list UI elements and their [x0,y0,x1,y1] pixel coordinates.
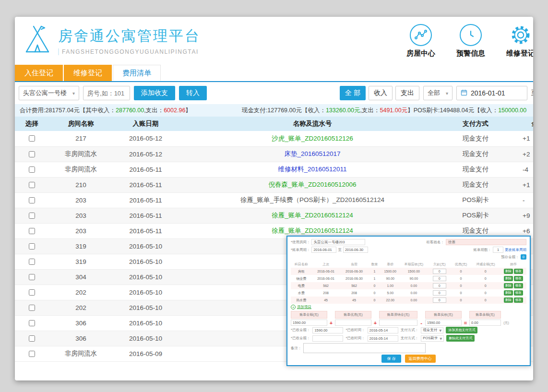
row-select-checkbox[interactable] [29,135,35,142]
tab-expense-list[interactable]: 费用清单 [113,65,161,81]
bill-link[interactable]: 维修材料_20160512011 [278,166,346,173]
item-delete-button[interactable]: 删除 [504,283,513,288]
received-amount-input[interactable]: 1590.00 [312,327,343,333]
totals-received-input[interactable]: 1590.00 [425,320,462,326]
tenant-field: 徐雁 [446,239,526,245]
bill-link[interactable]: 沙虎_账单_ZD20160512126 [272,135,353,142]
item-owe-input[interactable]: 0 [433,297,446,303]
nav-warning-info[interactable]: 预警信息 [452,24,490,58]
chevron-down-icon: ▾ [446,91,448,96]
scope-income-button[interactable]: 收入 [369,86,393,100]
row-select-checkbox[interactable] [29,320,35,326]
row-select-checkbox[interactable] [29,243,35,249]
header-select: 选择 [15,117,48,131]
period-from-field[interactable]: 2016-06-01 [311,247,336,253]
totals-late-input[interactable] [379,320,417,326]
row-select-checkbox[interactable] [29,305,35,311]
delete-payment-method-button[interactable]: 删除此支付方式 [446,335,475,342]
row-select-checkbox[interactable] [29,335,35,342]
bill-link[interactable]: 徐雁_账单_ZD20160512124 [272,212,353,219]
bill-link[interactable]: 徐雁_账单_ZD20160512124 [272,227,353,234]
item-price: 90.00 [381,275,400,282]
period-to-field[interactable]: 2016-06-30 [343,247,368,253]
item-qty: 0 [368,289,381,297]
payment-row: *已收金额： *已收时间： 2016-05-14 支付方式： POS刷卡▾ 删除… [291,335,526,342]
total-income-value: 287760.00 [116,107,144,114]
date-cell: 2016-05-11 [113,177,178,192]
item-qty: 1 [368,275,381,282]
equals-operator: = [462,320,469,326]
received-time-input[interactable]: 2016-05-14 [368,327,398,333]
pos-detail-open: 【收入： [474,107,498,114]
item-delete-button[interactable]: 删除 [504,276,513,281]
app-header: 房舍通公寓管理平台 FANGSHETONGGONGYUGUANLIPINGTAI… [15,17,533,65]
received-amount-input[interactable] [312,335,343,342]
row-select-checkbox[interactable] [29,197,35,203]
bill-link[interactable]: 床垫_20160512017 [284,150,340,157]
room-field[interactable]: 头宫公寓一号楼203 [311,239,365,245]
item-delete-button[interactable]: 删除 [504,297,513,303]
type-select[interactable]: 全部 ▾ [423,86,453,100]
bill-count-field[interactable]: 1 [493,247,503,253]
item-discount: 0 [451,297,471,304]
item-edit-button[interactable]: 修改 [514,269,523,274]
table-header-row: 选择 房间名称 入账日期 名称及流水号 支付方式 金额 [15,117,533,131]
received-time-input[interactable]: 2016-05-14 [368,335,398,342]
item-owe-input[interactable]: 0 [433,269,446,274]
room-number-input[interactable] [83,86,130,100]
item-owe-input[interactable]: 0 [433,276,446,281]
scope-expense-button[interactable]: 支出 [395,86,419,100]
totals-balance-input[interactable]: 0.00 [469,320,501,326]
row-select-checkbox[interactable] [29,351,35,357]
scope-all-button[interactable]: 全 部 [340,86,366,100]
row-select-checkbox[interactable] [29,182,35,188]
building-select[interactable]: 头宫公寓一号楼 ▾ [19,86,79,100]
totals-amount-label: 账单金额(元) [291,311,327,319]
item-discount: 0 [451,282,471,289]
nav-house-center[interactable]: 房屋中心 [402,24,440,58]
item-delete-button[interactable]: 删除 [504,290,513,296]
bill-detail-modal: *使用房间： 头宫公寓一号楼203 租客姓名： 徐雁 *账单周期： 2016-0… [286,236,531,366]
tab-checkin-register[interactable]: 入住登记 [15,65,63,81]
transfer-in-button[interactable]: 转入 [179,86,207,100]
pay-method-select[interactable]: POS刷卡▾ [421,335,444,342]
item-owe-input[interactable]: 0 [433,290,446,296]
date-cell: 2016-05-10 [113,331,178,346]
row-select-checkbox[interactable] [29,151,35,157]
add-payment-method-button[interactable]: 添加其他支付方式 [446,327,477,333]
back-to-expense-center-button[interactable]: 返回费用中心 [405,355,436,363]
tab-repair-register[interactable]: 维修登记 [64,65,112,81]
bill-link[interactable]: 倪春森_账单_ZD20160512006 [268,181,356,188]
item-edit-button[interactable]: 修改 [514,276,523,281]
date-from-input[interactable]: 2016-01-01 [456,86,527,100]
row-select-checkbox[interactable] [29,213,35,219]
add-income-expense-button[interactable]: 添加收支 [134,86,175,100]
item-delete-button[interactable]: 删除 [504,269,513,274]
date-from-value: 2016-01-01 [471,89,505,97]
row-select-checkbox[interactable] [29,259,35,265]
totals-discount-input[interactable] [335,320,371,326]
item-edit-button[interactable]: 修改 [514,297,523,303]
row-select-checkbox[interactable] [29,274,35,280]
row-select-checkbox[interactable] [29,289,35,296]
totals-amount-input[interactable]: 1590.00 [291,320,327,326]
cash-label: 现金支付: [242,107,267,114]
item-row: 电费 562 562 0 1.00 0.00 0 0 0 删除修改 [291,282,526,289]
date-cell: 2016-05-10 [113,269,178,285]
row-select-checkbox[interactable] [29,228,35,234]
pay-method-select[interactable]: 现金支付▾ [421,327,443,333]
note-textarea[interactable] [303,343,426,353]
change-period-link[interactable]: 更改账单周期 [505,248,526,252]
add-item-link[interactable]: + 添加项目 [291,305,526,309]
item-owe-input[interactable]: 0 [433,283,446,288]
item-name: 热水费 [291,297,312,304]
amount-cell: +1 [504,177,533,192]
total-label: 合计费用: [20,107,45,114]
item-edit-button[interactable]: 修改 [514,283,523,288]
pay-method-value: POS刷卡 [423,336,438,341]
nav-repair-register[interactable]: 维修登记 [501,24,533,58]
item-edit-button[interactable]: 修改 [514,290,523,296]
save-button[interactable]: 保 存 [381,355,401,363]
row-select-checkbox[interactable] [29,166,35,173]
items-header-row: 科目名称 上次 当前 数量 单价 本期应收(元) 欠款(元) 优惠(元) 冲减金… [291,261,526,268]
